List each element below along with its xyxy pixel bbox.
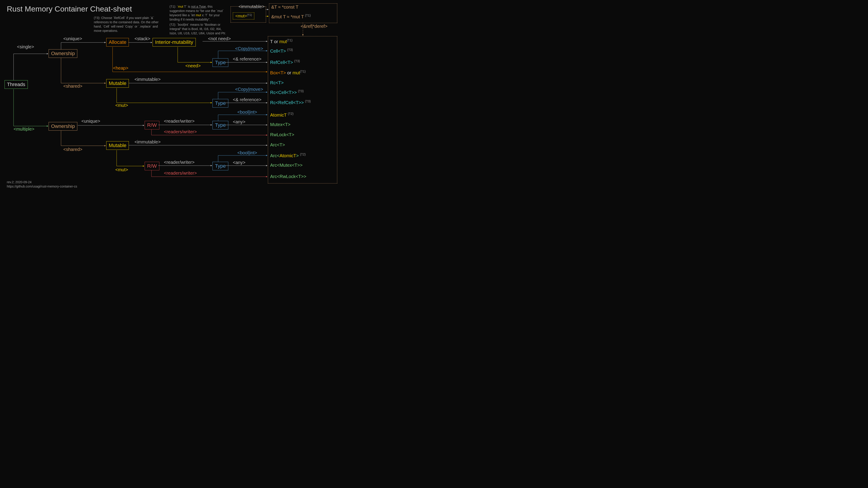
result-const-t: &T ≈ *const T (271, 4, 298, 10)
edge-single: <single> (17, 44, 34, 50)
node-interior-mutability: Interior-mutability (153, 38, 196, 46)
edge-heap: <heap> (113, 66, 128, 71)
footnote-3: (†3): Choose `RefCell` if you want plain… (94, 16, 164, 33)
node-ownership-2: Ownership (49, 122, 77, 131)
edge-immutable-1: <immutable> (134, 77, 161, 82)
result-mutex: Mutex<T> (270, 122, 290, 127)
result-t-or-mut: T or mut(†1) (270, 38, 292, 44)
node-type-4: Type (213, 162, 228, 170)
node-type-2: Type (213, 99, 228, 107)
edge-ref-1: <& reference> (233, 57, 261, 62)
edge-unique-2: <unique> (81, 119, 100, 124)
edge-immutable-2: <immutable> (134, 139, 161, 144)
edge-rw-one-1: <reader/writer> (164, 119, 195, 124)
edge-mut-1: <mut> (115, 103, 128, 108)
edge-not-need: <not need> (208, 36, 231, 41)
node-threads: Threads (4, 80, 28, 89)
node-allocate: Allocate (106, 38, 129, 46)
edge-rw-many-2: <readers/writer> (164, 170, 197, 176)
result-arc-mutex: Arc<Mutex<T>> (270, 163, 303, 168)
result-rc: Rc<T> (270, 80, 284, 86)
result-rc-cell: Rc<Cell<T>> (†3) (270, 89, 304, 95)
node-mutable-2: Mutable (106, 141, 129, 150)
result-refcell: RefCell<T> (†3) (270, 59, 300, 65)
edge-immutable-top: <immutable> (239, 4, 265, 9)
edge-need: <need> (185, 63, 201, 68)
edge-shared-1: <shared> (63, 84, 83, 89)
node-rw-1: R/W (145, 121, 159, 129)
edge-bool-1: <bool|int> (237, 109, 257, 115)
edge-multiple: <multiple> (13, 127, 34, 132)
result-rc-refcell: Rc<RefCell<T>> (†3) (270, 99, 311, 105)
edge-bool-2: <bool|int> (237, 150, 257, 156)
edge-rw-one-2: <reader/writer> (164, 160, 195, 165)
footnote-2: (†2): `bool|int` means to "Boolean or In… (169, 23, 226, 35)
edge-copy-2: <Copy|move> (235, 87, 263, 92)
edge-rw-many-1: <readers/writer> (164, 129, 197, 134)
result-mut-t: &mut T ≈ *mut T (†1) (271, 13, 311, 20)
edge-mut-2: <mut> (115, 167, 128, 172)
edge-stack: <stack> (134, 36, 150, 41)
results-column (268, 36, 337, 184)
result-arc-rwlock: Arc<RwLock<T>> (270, 174, 306, 179)
page-title: Rust Memory Container Cheat-sheet (7, 4, 132, 13)
edge-any-2: <any> (233, 160, 246, 165)
edge-unique-1: <unique> (63, 36, 82, 41)
credits: rev.2; 2020-09-24 https://github.com/usa… (7, 180, 77, 189)
result-arc: Arc<T> (270, 142, 285, 148)
node-mutable-1: Mutable (106, 79, 129, 88)
result-atomic: AtomicT (†2) (270, 112, 293, 118)
edge-ref-2: <& reference> (233, 97, 261, 102)
edge-ref-deref: <&ref|*deref> (301, 24, 328, 29)
edge-copy-1: <Copy|move> (235, 46, 263, 51)
result-box: Box<T> or mut(†1) (270, 70, 306, 75)
result-rwlock: RwLock<T> (270, 132, 294, 137)
node-ownership-1: Ownership (49, 49, 77, 58)
node-rw-2: R/W (145, 162, 159, 170)
node-type-3: Type (213, 121, 228, 129)
edge-any-1: <any> (233, 119, 246, 125)
edge-shared-2: <shared> (63, 147, 83, 152)
node-type-1: Type (213, 58, 228, 67)
footnote-1: (†1): `mut T` is not a Type, this sugges… (169, 4, 224, 22)
mut-box-top: <mut>(†1) (233, 12, 254, 20)
result-cell: Cell<T> (†3) (270, 48, 293, 54)
result-arc-atomic: Arc<AtomicT> (†2) (270, 153, 306, 158)
